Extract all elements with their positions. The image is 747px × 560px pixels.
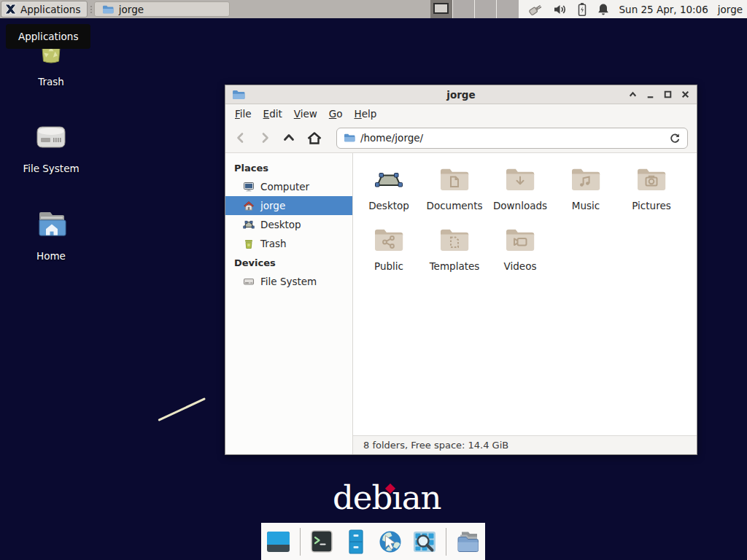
- file-label: Pictures: [632, 200, 670, 211]
- computer-icon: [243, 181, 255, 192]
- file-item-templates[interactable]: Templates: [422, 222, 487, 272]
- file-item-desktop[interactable]: Desktop: [356, 162, 422, 211]
- desktop-icon-file-system[interactable]: File System: [9, 119, 93, 174]
- public-folder-icon: [371, 222, 406, 257]
- clock[interactable]: Sun 25 Apr, 10:06: [619, 4, 708, 15]
- file-label: Downloads: [493, 200, 547, 211]
- desktop-icon-home[interactable]: Home: [9, 208, 93, 262]
- file-item-music[interactable]: Music: [553, 162, 619, 211]
- file-item-documents[interactable]: Documents: [422, 162, 487, 211]
- dock-separator: [300, 528, 301, 556]
- workspace-window-preview: [433, 3, 449, 14]
- directory-menu-launcher[interactable]: [453, 526, 482, 557]
- maximize-button[interactable]: [663, 90, 673, 99]
- taskbar-empty-area: [230, 0, 430, 18]
- file-label: Music: [572, 200, 600, 211]
- application-finder-launcher[interactable]: [410, 526, 439, 557]
- workspace-2[interactable]: [453, 0, 475, 18]
- sidebar-header-devices: Devices: [225, 253, 352, 272]
- sidebar-item-jorge[interactable]: jorge: [225, 196, 352, 215]
- sidebar-item-label: Trash: [260, 238, 287, 249]
- back-button[interactable]: [234, 131, 247, 144]
- pictures-folder-icon: [634, 162, 669, 197]
- notifications-bell-icon[interactable]: [597, 2, 610, 17]
- window-title: jorge: [225, 89, 697, 101]
- forward-button[interactable]: [258, 131, 271, 144]
- applications-menu-label: Applications: [20, 4, 80, 15]
- music-folder-icon: [568, 162, 603, 197]
- battery-icon[interactable]: [577, 2, 587, 17]
- menu-help[interactable]: Help: [349, 105, 383, 122]
- drive-icon: [243, 276, 255, 287]
- taskbar-window-button[interactable]: jorge: [94, 1, 230, 17]
- minimize-button[interactable]: [646, 90, 655, 99]
- username-indicator[interactable]: jorge: [718, 4, 743, 15]
- status-text: 8 folders, Free space: 14.4 GiB: [363, 440, 508, 451]
- taskbar-window-label: jorge: [119, 4, 144, 15]
- folder-stack-icon: [453, 527, 482, 556]
- top-panel: Applications jorge: [0, 0, 747, 18]
- network-icon[interactable]: [527, 2, 543, 17]
- terminal-launcher[interactable]: [307, 526, 336, 557]
- dock-panel: [261, 523, 485, 560]
- reload-icon[interactable]: [669, 132, 681, 144]
- menu-view[interactable]: View: [288, 105, 323, 122]
- desktop-icon-label: File System: [23, 163, 79, 174]
- menu-go[interactable]: Go: [323, 105, 349, 122]
- workspace-switcher[interactable]: [430, 0, 518, 18]
- home-button[interactable]: [306, 131, 322, 145]
- panel-handle[interactable]: [88, 0, 93, 18]
- window-titlebar[interactable]: jorge: [225, 85, 697, 104]
- trash-icon: [243, 238, 255, 249]
- sidebar-item-label: jorge: [260, 200, 285, 211]
- file-item-downloads[interactable]: Downloads: [487, 162, 553, 211]
- show-desktop-button[interactable]: [264, 526, 293, 557]
- workspace-4[interactable]: [497, 0, 518, 18]
- web-browser-launcher[interactable]: [376, 526, 405, 557]
- sidebar-item-file-system[interactable]: File System: [225, 272, 352, 291]
- sidebar: Places Computer: [225, 153, 353, 454]
- volume-icon[interactable]: [553, 3, 568, 16]
- sidebar-item-trash[interactable]: Trash: [225, 234, 352, 253]
- file-item-public[interactable]: Public: [356, 222, 422, 272]
- desktop-icon-label: Trash: [38, 76, 64, 88]
- file-grid: Desktop Documents: [353, 153, 697, 435]
- show-desktop-icon: [264, 527, 293, 556]
- wallpaper-line-decoration: [158, 397, 206, 421]
- sidebar-item-label: Desktop: [260, 219, 301, 230]
- hard-drive-icon: [31, 119, 71, 158]
- file-label: Templates: [430, 260, 480, 272]
- file-item-pictures[interactable]: Pictures: [619, 162, 684, 211]
- sidebar-item-desktop[interactable]: Desktop: [225, 215, 352, 234]
- downloads-folder-icon: [503, 162, 538, 197]
- toolbar: /home/jorge/: [225, 123, 697, 153]
- menu-edit[interactable]: Edit: [258, 105, 288, 122]
- folder-icon: [102, 4, 114, 15]
- menu-bar: File Edit View Go Help: [225, 104, 697, 123]
- file-item-videos[interactable]: Videos: [487, 222, 553, 272]
- path-input[interactable]: /home/jorge/: [360, 132, 664, 144]
- workspace-3[interactable]: [475, 0, 497, 18]
- system-tray: Sun 25 Apr, 10:06 jorge: [519, 0, 747, 18]
- file-manager-launcher[interactable]: [341, 526, 371, 557]
- web-browser-globe-icon: [376, 527, 405, 556]
- up-button[interactable]: [282, 131, 295, 144]
- close-button[interactable]: [681, 90, 690, 99]
- shade-button[interactable]: [628, 90, 638, 99]
- file-label: Videos: [504, 260, 537, 272]
- file-label: Public: [374, 260, 403, 272]
- videos-folder-icon: [503, 222, 538, 257]
- home-folder-icon: [31, 208, 71, 246]
- sidebar-item-label: File System: [260, 276, 317, 287]
- sidebar-item-computer[interactable]: Computer: [225, 177, 352, 196]
- desktop-icon: [243, 219, 255, 230]
- path-bar[interactable]: /home/jorge/: [336, 128, 688, 149]
- applications-menu-button[interactable]: Applications: [1, 1, 88, 18]
- applications-tooltip: Applications: [6, 24, 90, 49]
- workspace-1[interactable]: [430, 0, 452, 18]
- terminal-icon: [307, 527, 336, 556]
- documents-folder-icon: [437, 162, 472, 197]
- file-cabinet-icon: [341, 527, 371, 556]
- debian-wordmark: debıan: [333, 480, 441, 516]
- menu-file[interactable]: File: [229, 105, 258, 122]
